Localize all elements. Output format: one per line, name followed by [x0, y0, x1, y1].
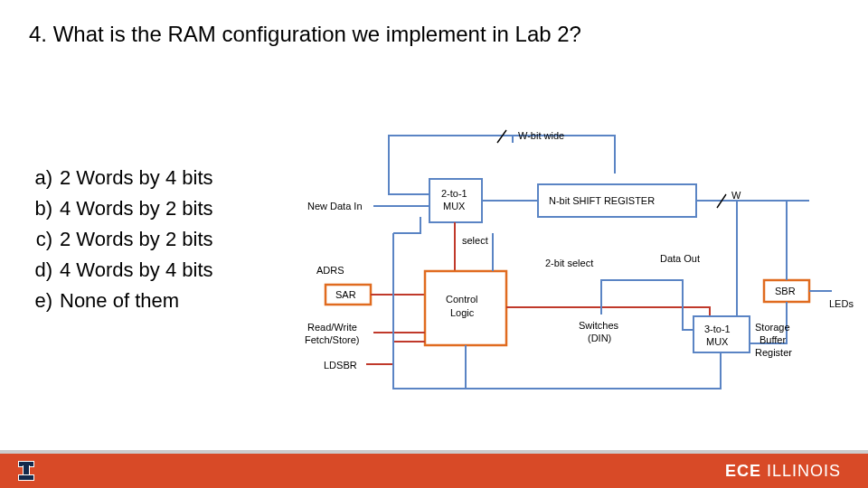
label-storage-l1: Storage [755, 322, 790, 333]
label-adrs: ADRS [316, 265, 344, 276]
label-newdata: New Data In [307, 201, 363, 211]
answer-c-letter: c) [25, 224, 60, 255]
answer-b: b) 4 Words by 2 bits [25, 193, 213, 224]
label-ldsbr: LDSBR [324, 360, 357, 371]
answer-b-text: 4 Words by 2 bits [60, 193, 213, 224]
footer-bar: ECE ILLINOIS [0, 454, 868, 488]
label-select: select [462, 235, 488, 246]
answer-list: a) 2 Words by 4 bits b) 4 Words by 2 bit… [25, 163, 213, 316]
label-storage-l2: Buffer [760, 334, 786, 345]
label-control-l2: Logic [450, 307, 475, 318]
box-mux31 [693, 316, 750, 352]
answer-d: d) 4 Words by 4 bits [25, 255, 213, 286]
answer-c: c) 2 Words by 2 bits [25, 224, 213, 255]
label-shiftreg: N-bit SHIFT REGISTER [549, 195, 655, 206]
label-sbr: SBR [775, 286, 796, 296]
answer-c-text: 2 Words by 2 bits [60, 224, 213, 255]
label-switches-l2: (DIN) [588, 333, 611, 343]
answer-a: a) 2 Words by 4 bits [25, 163, 213, 193]
answer-a-letter: a) [25, 163, 60, 193]
label-mux21-l2: MUX [443, 201, 466, 211]
label-sar: SAR [335, 289, 356, 300]
answer-e-text: None of them [60, 286, 179, 316]
label-leds: LEDs [829, 298, 854, 309]
answer-e: e) None of them [25, 286, 213, 316]
label-mux21-l1: 2-to-1 [441, 188, 467, 199]
label-dataout: Data Out [660, 253, 700, 264]
label-rw-l1: Read/Write [307, 322, 357, 333]
answer-e-letter: e) [25, 286, 60, 316]
answer-b-letter: b) [25, 193, 60, 224]
label-switches-l1: Switches [579, 320, 619, 331]
label-mux31-l1: 3-to-1 [704, 324, 731, 334]
footer-brand-prefix: ECE [725, 462, 767, 480]
footer: ECE ILLINOIS [0, 450, 868, 488]
illinois-logo-icon [18, 461, 34, 481]
label-w: W [731, 190, 741, 201]
footer-brand-main: ILLINOIS [767, 462, 841, 480]
ram-block-diagram: W-bit wide New Data In 2-to-1 MUX N-bit … [303, 127, 859, 416]
label-rw-l2: Fetch/Store) [305, 334, 360, 345]
answer-a-text: 2 Words by 4 bits [60, 163, 213, 193]
label-storage-l3: Register [755, 347, 792, 358]
question-text: 4. What is the RAM configuration we impl… [29, 22, 581, 47]
answer-d-text: 4 Words by 4 bits [60, 255, 213, 286]
answer-d-letter: d) [25, 255, 60, 286]
label-wbit: W-bit wide [518, 130, 564, 141]
label-mux31-l2: MUX [706, 336, 729, 347]
label-control-l1: Control [446, 294, 477, 305]
label-2bitsel: 2-bit select [545, 258, 593, 268]
footer-brand: ECE ILLINOIS [725, 462, 841, 481]
